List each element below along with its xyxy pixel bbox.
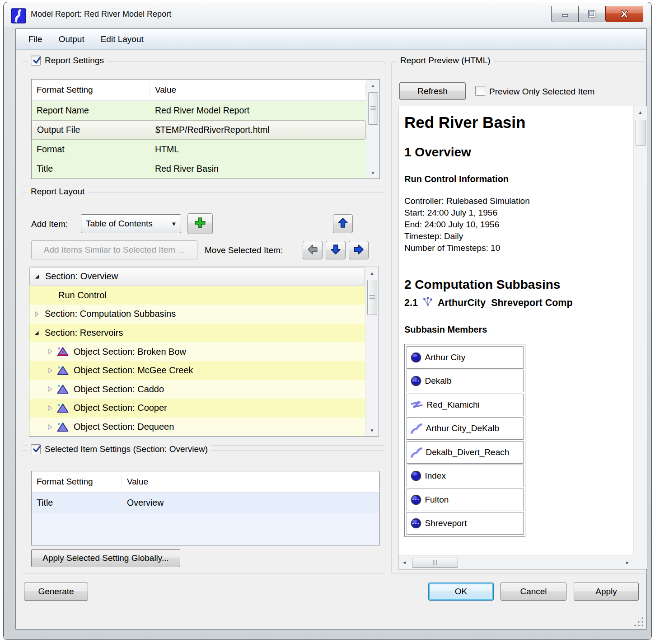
scroll-up-arrow[interactable]: ▲	[366, 80, 379, 91]
report-settings-table: Format Setting Value Report NameRed Rive…	[31, 79, 380, 179]
preview-vertical-scrollbar[interactable]: ▲	[633, 106, 647, 555]
gage-sphere-icon	[410, 352, 422, 363]
tree-item-object-section-caddo[interactable]: Object Section: Caddo	[29, 380, 365, 399]
selected-item-settings-label: Selected Item Settings (Section: Overvie…	[45, 444, 208, 454]
expander-collapsed-icon[interactable]	[47, 423, 55, 431]
preview-only-checkbox[interactable]	[475, 86, 485, 96]
subsection-number: 2.1	[404, 297, 418, 309]
expander-collapsed-icon[interactable]	[47, 404, 55, 412]
reach-s-icon	[410, 447, 423, 458]
move-up-button[interactable]	[333, 214, 353, 233]
river-zigzag-icon	[410, 400, 424, 410]
member-row-arthur-city-dekalb: Arthur City_DeKalb	[407, 417, 524, 440]
preview-only-label: Preview Only Selected Item	[489, 87, 594, 97]
tree-item-section-computation-subbasins[interactable]: Section: Computation Subbasins	[29, 305, 365, 324]
ok-button[interactable]: OK	[428, 583, 494, 601]
cancel-button[interactable]: Cancel	[501, 583, 566, 601]
report-preview-pane[interactable]: Red River Basin 1 Overview Run Control I…	[398, 106, 647, 569]
tree-item-section-reservoirs[interactable]: Section: Reservoirs	[29, 324, 365, 343]
minimize-button[interactable]	[551, 6, 578, 22]
scroll-thumb[interactable]	[412, 558, 458, 568]
tree-item-label: Object Section: Cooper	[74, 403, 167, 413]
move-left-button[interactable]	[303, 241, 323, 259]
reservoir-broken-icon	[56, 346, 70, 357]
move-selected-item-label: Move Selected Item:	[205, 245, 283, 255]
settings-row-report-name[interactable]: Report NameRed River Model Report	[32, 101, 366, 120]
generate-button[interactable]: Generate	[24, 583, 88, 601]
title-bar[interactable]: Model Report: Red River Model Report	[4, 2, 651, 28]
preview-section2-heading: 2 Computation Subbasins	[404, 277, 633, 292]
tree-scrollbar[interactable]: ▲ ▼	[365, 267, 379, 436]
screenshot-canvas: Model Report: Red River Model Report Fil…	[0, 0, 655, 644]
riverware-app-icon	[11, 8, 26, 24]
setting-name: Output File	[32, 125, 150, 135]
settings-row-title[interactable]: TitleOverview	[32, 493, 379, 513]
add-item-button[interactable]	[187, 213, 213, 234]
scroll-thumb[interactable]	[636, 120, 646, 146]
settings-row-title[interactable]: TitleRed River Basin	[32, 159, 366, 179]
tree-item-label: Section: Reservoirs	[45, 328, 123, 338]
column-header-value[interactable]: Value	[122, 475, 379, 488]
member-row-dekalb-divert-reach: Dekalb_Divert_Reach	[407, 441, 524, 464]
resize-grip[interactable]	[634, 616, 644, 626]
run-control-line: Start: 24:00 July 1, 1956	[404, 207, 633, 219]
run-control-line: Number of Timesteps: 10	[404, 242, 633, 254]
settings-row-format[interactable]: FormatHTML	[32, 140, 366, 159]
expander-collapsed-icon[interactable]	[47, 367, 55, 374]
menu-edit-layout[interactable]: Edit Layout	[93, 29, 152, 49]
column-header-format-setting[interactable]: Format Setting	[32, 475, 122, 488]
dialog-window: Model Report: Red River Model Report Fil…	[3, 2, 652, 640]
scroll-up-arrow[interactable]: ▲	[634, 106, 647, 118]
refresh-button[interactable]: Refresh	[399, 82, 466, 100]
expander-expanded-icon[interactable]	[33, 273, 42, 280]
apply-selected-setting-globally-button[interactable]: Apply Selected Setting Globally...	[31, 549, 180, 567]
gage-sphere-line-icon	[410, 517, 422, 529]
expander-expanded-icon[interactable]	[33, 329, 41, 337]
tree-item-section-overview[interactable]: Section: Overview	[29, 267, 365, 286]
tree-item-object-section-mcgee-creek[interactable]: Object Section: McGee Creek	[29, 361, 365, 380]
run-control-line: End: 24:00 July 10, 1956	[404, 219, 633, 230]
member-row-index: Index	[407, 465, 524, 487]
column-header-value[interactable]: Value	[150, 84, 366, 96]
scroll-thumb[interactable]	[367, 280, 377, 315]
setting-name: Report Name	[32, 105, 150, 116]
move-down-button[interactable]	[326, 241, 346, 259]
tree-item-object-section-cooper[interactable]: Object Section: Cooper	[29, 399, 365, 418]
expander-collapsed-icon[interactable]	[47, 385, 55, 393]
reach-s-icon	[410, 423, 423, 434]
scroll-thumb[interactable]	[368, 92, 378, 125]
scroll-down-arrow[interactable]: ▼	[365, 424, 379, 436]
settings-row-output-file[interactable]: Output File$TEMP/RedRiverReport.html	[32, 120, 366, 140]
tree-item-label: Object Section: Broken Bow	[74, 347, 186, 357]
member-row-fulton: Fulton	[407, 489, 524, 511]
selected-item-settings-group: Selected Item Settings (Section: Overvie…	[22, 450, 385, 573]
column-header-format-setting[interactable]: Format Setting	[32, 84, 150, 96]
selected-item-settings-checkbox[interactable]	[31, 444, 41, 454]
add-similar-button[interactable]: Add Items Similar to Selected Item ...	[31, 240, 197, 259]
scrollbar-corner	[633, 555, 647, 569]
move-right-button[interactable]	[349, 241, 369, 259]
menu-file[interactable]: File	[20, 29, 51, 49]
report-settings-checkbox[interactable]	[31, 56, 41, 66]
tree-item-object-section-dequeen[interactable]: Object Section: Dequeen	[29, 418, 365, 437]
report-settings-header: Format Setting Value	[32, 80, 366, 101]
apply-button[interactable]: Apply	[574, 583, 639, 601]
run-control-line: Controller: Rulebased Simulation	[404, 195, 633, 207]
member-name: Arthur City	[425, 353, 466, 362]
scroll-left-arrow[interactable]: ◄	[398, 556, 410, 569]
scroll-down-arrow[interactable]: ▼	[366, 167, 379, 179]
report-settings-scrollbar[interactable]: ▲ ▼	[366, 80, 379, 179]
menu-output[interactable]: Output	[51, 29, 93, 49]
tree-item-run-control[interactable]: Run Control	[29, 286, 365, 305]
expander-collapsed-icon[interactable]	[33, 310, 41, 318]
scroll-up-arrow[interactable]: ▲	[365, 267, 379, 279]
add-item-combobox[interactable]: Table of Contents ▼	[81, 214, 181, 233]
close-button[interactable]	[605, 6, 643, 22]
arrow-left-icon	[307, 244, 318, 257]
scroll-right-arrow[interactable]: ►	[622, 556, 633, 569]
expander-collapsed-icon[interactable]	[47, 348, 55, 355]
tree-item-object-section-broken-bow[interactable]: Object Section: Broken Bow	[29, 342, 365, 361]
preview-horizontal-scrollbar[interactable]: ◄ ►	[398, 555, 633, 569]
selected-item-settings-header: Format Setting Value	[32, 471, 379, 493]
maximize-button[interactable]	[578, 6, 605, 22]
